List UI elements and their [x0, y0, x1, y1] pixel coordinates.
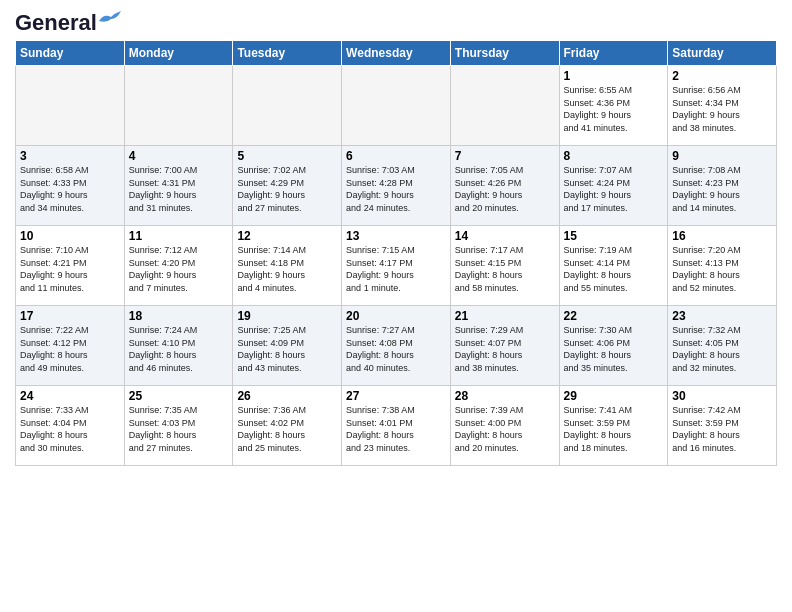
calendar-cell: 24Sunrise: 7:33 AM Sunset: 4:04 PM Dayli… [16, 386, 125, 466]
week-row-1: 1Sunrise: 6:55 AM Sunset: 4:36 PM Daylig… [16, 66, 777, 146]
weekday-header-saturday: Saturday [668, 41, 777, 66]
day-info: Sunrise: 7:19 AM Sunset: 4:14 PM Dayligh… [564, 244, 664, 294]
day-info: Sunrise: 7:20 AM Sunset: 4:13 PM Dayligh… [672, 244, 772, 294]
calendar-cell: 12Sunrise: 7:14 AM Sunset: 4:18 PM Dayli… [233, 226, 342, 306]
day-number: 4 [129, 149, 229, 163]
day-info: Sunrise: 7:17 AM Sunset: 4:15 PM Dayligh… [455, 244, 555, 294]
day-number: 14 [455, 229, 555, 243]
calendar-cell: 1Sunrise: 6:55 AM Sunset: 4:36 PM Daylig… [559, 66, 668, 146]
weekday-header-wednesday: Wednesday [342, 41, 451, 66]
day-number: 13 [346, 229, 446, 243]
day-info: Sunrise: 6:56 AM Sunset: 4:34 PM Dayligh… [672, 84, 772, 134]
weekday-header-sunday: Sunday [16, 41, 125, 66]
day-number: 10 [20, 229, 120, 243]
calendar-cell: 21Sunrise: 7:29 AM Sunset: 4:07 PM Dayli… [450, 306, 559, 386]
calendar-cell: 6Sunrise: 7:03 AM Sunset: 4:28 PM Daylig… [342, 146, 451, 226]
week-row-3: 10Sunrise: 7:10 AM Sunset: 4:21 PM Dayli… [16, 226, 777, 306]
calendar-cell: 26Sunrise: 7:36 AM Sunset: 4:02 PM Dayli… [233, 386, 342, 466]
day-info: Sunrise: 7:25 AM Sunset: 4:09 PM Dayligh… [237, 324, 337, 374]
week-row-5: 24Sunrise: 7:33 AM Sunset: 4:04 PM Dayli… [16, 386, 777, 466]
calendar-cell: 17Sunrise: 7:22 AM Sunset: 4:12 PM Dayli… [16, 306, 125, 386]
day-number: 12 [237, 229, 337, 243]
day-number: 2 [672, 69, 772, 83]
day-number: 18 [129, 309, 229, 323]
day-number: 11 [129, 229, 229, 243]
calendar-cell: 7Sunrise: 7:05 AM Sunset: 4:26 PM Daylig… [450, 146, 559, 226]
day-number: 20 [346, 309, 446, 323]
day-number: 26 [237, 389, 337, 403]
calendar-cell: 8Sunrise: 7:07 AM Sunset: 4:24 PM Daylig… [559, 146, 668, 226]
calendar-cell [16, 66, 125, 146]
day-info: Sunrise: 7:05 AM Sunset: 4:26 PM Dayligh… [455, 164, 555, 214]
day-number: 28 [455, 389, 555, 403]
day-info: Sunrise: 6:58 AM Sunset: 4:33 PM Dayligh… [20, 164, 120, 214]
calendar-cell: 11Sunrise: 7:12 AM Sunset: 4:20 PM Dayli… [124, 226, 233, 306]
day-info: Sunrise: 7:03 AM Sunset: 4:28 PM Dayligh… [346, 164, 446, 214]
day-number: 9 [672, 149, 772, 163]
day-info: Sunrise: 7:10 AM Sunset: 4:21 PM Dayligh… [20, 244, 120, 294]
calendar-cell: 10Sunrise: 7:10 AM Sunset: 4:21 PM Dayli… [16, 226, 125, 306]
calendar-cell: 18Sunrise: 7:24 AM Sunset: 4:10 PM Dayli… [124, 306, 233, 386]
day-info: Sunrise: 7:32 AM Sunset: 4:05 PM Dayligh… [672, 324, 772, 374]
calendar-cell: 14Sunrise: 7:17 AM Sunset: 4:15 PM Dayli… [450, 226, 559, 306]
calendar-cell: 28Sunrise: 7:39 AM Sunset: 4:00 PM Dayli… [450, 386, 559, 466]
day-number: 7 [455, 149, 555, 163]
day-info: Sunrise: 7:02 AM Sunset: 4:29 PM Dayligh… [237, 164, 337, 214]
calendar-cell: 3Sunrise: 6:58 AM Sunset: 4:33 PM Daylig… [16, 146, 125, 226]
day-number: 19 [237, 309, 337, 323]
day-number: 8 [564, 149, 664, 163]
day-number: 21 [455, 309, 555, 323]
day-info: Sunrise: 7:29 AM Sunset: 4:07 PM Dayligh… [455, 324, 555, 374]
header: General [15, 10, 777, 32]
day-info: Sunrise: 7:24 AM Sunset: 4:10 PM Dayligh… [129, 324, 229, 374]
logo-text: General [15, 10, 97, 36]
day-info: Sunrise: 7:00 AM Sunset: 4:31 PM Dayligh… [129, 164, 229, 214]
calendar-cell: 9Sunrise: 7:08 AM Sunset: 4:23 PM Daylig… [668, 146, 777, 226]
day-info: Sunrise: 7:12 AM Sunset: 4:20 PM Dayligh… [129, 244, 229, 294]
day-info: Sunrise: 7:27 AM Sunset: 4:08 PM Dayligh… [346, 324, 446, 374]
day-info: Sunrise: 7:22 AM Sunset: 4:12 PM Dayligh… [20, 324, 120, 374]
calendar-cell: 29Sunrise: 7:41 AM Sunset: 3:59 PM Dayli… [559, 386, 668, 466]
calendar-cell: 22Sunrise: 7:30 AM Sunset: 4:06 PM Dayli… [559, 306, 668, 386]
week-row-2: 3Sunrise: 6:58 AM Sunset: 4:33 PM Daylig… [16, 146, 777, 226]
day-info: Sunrise: 7:42 AM Sunset: 3:59 PM Dayligh… [672, 404, 772, 454]
calendar-cell: 23Sunrise: 7:32 AM Sunset: 4:05 PM Dayli… [668, 306, 777, 386]
calendar-cell: 20Sunrise: 7:27 AM Sunset: 4:08 PM Dayli… [342, 306, 451, 386]
calendar-cell [342, 66, 451, 146]
calendar-cell [450, 66, 559, 146]
day-number: 17 [20, 309, 120, 323]
calendar-cell: 25Sunrise: 7:35 AM Sunset: 4:03 PM Dayli… [124, 386, 233, 466]
day-info: Sunrise: 7:38 AM Sunset: 4:01 PM Dayligh… [346, 404, 446, 454]
calendar-cell: 30Sunrise: 7:42 AM Sunset: 3:59 PM Dayli… [668, 386, 777, 466]
day-number: 1 [564, 69, 664, 83]
calendar-cell: 27Sunrise: 7:38 AM Sunset: 4:01 PM Dayli… [342, 386, 451, 466]
calendar-cell: 15Sunrise: 7:19 AM Sunset: 4:14 PM Dayli… [559, 226, 668, 306]
week-row-4: 17Sunrise: 7:22 AM Sunset: 4:12 PM Dayli… [16, 306, 777, 386]
day-number: 30 [672, 389, 772, 403]
day-number: 5 [237, 149, 337, 163]
day-info: Sunrise: 7:33 AM Sunset: 4:04 PM Dayligh… [20, 404, 120, 454]
weekday-header-row: SundayMondayTuesdayWednesdayThursdayFrid… [16, 41, 777, 66]
day-info: Sunrise: 7:41 AM Sunset: 3:59 PM Dayligh… [564, 404, 664, 454]
calendar-cell [233, 66, 342, 146]
logo-bird-icon [99, 11, 121, 29]
day-info: Sunrise: 7:30 AM Sunset: 4:06 PM Dayligh… [564, 324, 664, 374]
day-info: Sunrise: 7:15 AM Sunset: 4:17 PM Dayligh… [346, 244, 446, 294]
calendar-cell: 2Sunrise: 6:56 AM Sunset: 4:34 PM Daylig… [668, 66, 777, 146]
day-number: 29 [564, 389, 664, 403]
calendar-cell [124, 66, 233, 146]
day-number: 25 [129, 389, 229, 403]
calendar-cell: 4Sunrise: 7:00 AM Sunset: 4:31 PM Daylig… [124, 146, 233, 226]
day-number: 15 [564, 229, 664, 243]
calendar: SundayMondayTuesdayWednesdayThursdayFrid… [15, 40, 777, 466]
logo: General [15, 10, 121, 32]
weekday-header-monday: Monday [124, 41, 233, 66]
day-number: 16 [672, 229, 772, 243]
day-info: Sunrise: 6:55 AM Sunset: 4:36 PM Dayligh… [564, 84, 664, 134]
weekday-header-tuesday: Tuesday [233, 41, 342, 66]
day-number: 22 [564, 309, 664, 323]
day-number: 24 [20, 389, 120, 403]
calendar-cell: 13Sunrise: 7:15 AM Sunset: 4:17 PM Dayli… [342, 226, 451, 306]
weekday-header-friday: Friday [559, 41, 668, 66]
day-number: 27 [346, 389, 446, 403]
